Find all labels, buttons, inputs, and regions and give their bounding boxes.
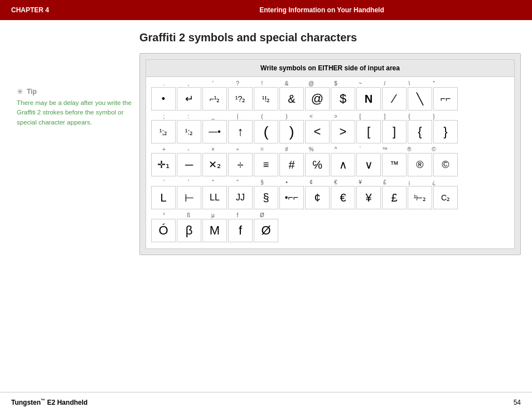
sym-label: # bbox=[274, 146, 299, 152]
symbol-table-header: Write symbols on EITHER side of input ar… bbox=[146, 60, 514, 77]
sym-cell: •⌐⌐ bbox=[279, 186, 304, 209]
sym-label: " bbox=[201, 179, 225, 185]
labels-line-4: ' ' " " § • ¢ € ¥ £ ¡ ¿ bbox=[151, 179, 510, 185]
sym-cell: > bbox=[331, 120, 355, 143]
sym-cell: ≡ bbox=[254, 153, 278, 176]
sym-label: ' bbox=[201, 80, 225, 87]
sym-cell: C₂ bbox=[433, 186, 458, 209]
sym-cell: ) bbox=[279, 120, 304, 143]
sym-cell: # bbox=[279, 153, 304, 176]
sym-cell: β bbox=[177, 219, 201, 242]
sym-cell: ↵ bbox=[177, 87, 201, 111]
sym-cell: ÷ bbox=[228, 153, 253, 176]
sym-label: μ bbox=[201, 212, 225, 218]
tip-star-icon: ✳ bbox=[17, 87, 23, 96]
footer-brand-name: Tungsten bbox=[11, 399, 41, 406]
sym-cell: £ bbox=[382, 186, 407, 209]
sym-label: < bbox=[299, 113, 323, 119]
glyphs-line-1: • ↵ ⌐¹₂ ¹?₂ ¹!₂ & @ $ N ∕ ╲ ⌐⌐ bbox=[151, 87, 510, 111]
content-area: Graffiti 2 symbols and special character… bbox=[134, 31, 521, 381]
sym-cell: ¥ bbox=[356, 186, 381, 209]
sym-label: × bbox=[201, 146, 225, 152]
footer-page-number: 54 bbox=[514, 399, 521, 406]
sym-label: ` bbox=[348, 146, 373, 152]
sym-label: ' bbox=[152, 179, 176, 185]
sym-label: / bbox=[373, 80, 397, 87]
sym-label: £ bbox=[373, 179, 397, 185]
sym-cell: ⌐¹₂ bbox=[202, 87, 227, 111]
sym-label: ™ bbox=[373, 146, 397, 152]
sym-cell: ¹:₂ bbox=[177, 120, 201, 143]
symbol-row-1: . , ' ? ! & @ $ ~ / \ " bbox=[151, 80, 510, 111]
sym-cell: ╲ bbox=[408, 87, 432, 111]
sym-label: . bbox=[152, 80, 176, 87]
sym-label: % bbox=[299, 146, 323, 152]
labels-line-2: ; : _ | ( ) < > [ ] { } bbox=[151, 113, 510, 119]
sym-label: § bbox=[250, 179, 274, 185]
sym-cell: —• bbox=[202, 120, 227, 143]
sym-cell: • bbox=[151, 87, 176, 111]
sym-label: > bbox=[323, 113, 348, 119]
tip-label: Tip bbox=[27, 88, 37, 95]
tip-text: There may be a delay after you write the… bbox=[17, 98, 134, 127]
sym-label: : bbox=[176, 113, 201, 119]
sym-cell: LL bbox=[202, 186, 227, 209]
sym-label: $ bbox=[323, 80, 348, 87]
sym-cell: Ø bbox=[254, 219, 278, 242]
sym-cell: ] bbox=[382, 120, 407, 143]
sym-label: ; bbox=[152, 113, 176, 119]
sym-label: © bbox=[422, 146, 446, 152]
sym-cell: ∕ bbox=[382, 87, 407, 111]
sym-label: Ø bbox=[250, 212, 274, 218]
sym-label: [ bbox=[348, 113, 373, 119]
sym-cell: ( bbox=[254, 120, 278, 143]
footer-brand: Tungsten™ E2 Handheld bbox=[11, 398, 88, 406]
sym-label: { bbox=[397, 113, 422, 119]
sym-label: ¿ bbox=[422, 179, 446, 185]
sym-cell: ↑ bbox=[228, 120, 253, 143]
sym-label: ¢ bbox=[299, 179, 323, 185]
sym-cell: ∧ bbox=[331, 153, 355, 176]
header-title: Entering Information on Your Handheld bbox=[123, 6, 521, 14]
sym-label: ? bbox=[225, 80, 250, 87]
symbol-grid: . , ' ? ! & @ $ ~ / \ " bbox=[146, 77, 514, 248]
sym-cell: ✕₂ bbox=[202, 153, 227, 176]
sym-label: | bbox=[225, 113, 250, 119]
page-footer: Tungsten™ E2 Handheld 54 bbox=[0, 392, 532, 412]
glyphs-line-2: ¹;₂ ¹:₂ —• ↑ ( ) < > [ ] { } bbox=[151, 119, 510, 144]
sym-label: & bbox=[274, 80, 299, 87]
sym-cell: € bbox=[331, 186, 355, 209]
sym-label: \ bbox=[397, 80, 422, 87]
page-header: CHAPTER 4 Entering Information on Your H… bbox=[0, 0, 532, 20]
symbol-table-inner: Write symbols on EITHER side of input ar… bbox=[146, 59, 515, 249]
sym-cell: N bbox=[356, 87, 381, 111]
sym-cell: ¹;₂ bbox=[151, 120, 176, 143]
sym-cell: ⊢ bbox=[177, 186, 201, 209]
glyphs-line-4: L ⊢ LL JJ § •⌐⌐ ¢ € ¥ £ ¹⊢₂ C₂ bbox=[151, 185, 510, 210]
sym-label: = bbox=[250, 146, 274, 152]
sym-cell: ¹?₂ bbox=[228, 87, 253, 111]
sym-cell: ℅ bbox=[305, 153, 330, 176]
sym-label: } bbox=[422, 113, 446, 119]
sym-cell: Ó bbox=[151, 219, 176, 242]
sym-cell: ⌐⌐ bbox=[433, 87, 458, 111]
sym-label: ÷ bbox=[225, 146, 250, 152]
footer-model: E2 Handheld bbox=[45, 399, 88, 406]
sym-label: ] bbox=[373, 113, 397, 119]
sym-cell: ® bbox=[408, 153, 432, 176]
sym-cell: ¹!₂ bbox=[254, 87, 278, 111]
sym-cell: f bbox=[228, 219, 253, 242]
sidebar-tip: ✳ Tip There may be a delay after you wri… bbox=[11, 31, 134, 381]
glyphs-line-5: Ó β M f Ø bbox=[151, 218, 510, 243]
sym-label: ® bbox=[397, 146, 422, 152]
sym-label: ' bbox=[176, 179, 201, 185]
sym-cell: } bbox=[433, 120, 458, 143]
sym-label: ( bbox=[250, 113, 274, 119]
sym-cell: ─ bbox=[177, 153, 201, 176]
sym-label: ) bbox=[274, 113, 299, 119]
sym-cell: $ bbox=[331, 87, 355, 111]
symbol-row-3: + - × ÷ = # % ^ ` ™ ® © bbox=[151, 146, 510, 177]
main-content: ✳ Tip There may be a delay after you wri… bbox=[0, 20, 532, 392]
sym-label: • bbox=[274, 179, 299, 185]
sym-cell: & bbox=[279, 87, 304, 111]
